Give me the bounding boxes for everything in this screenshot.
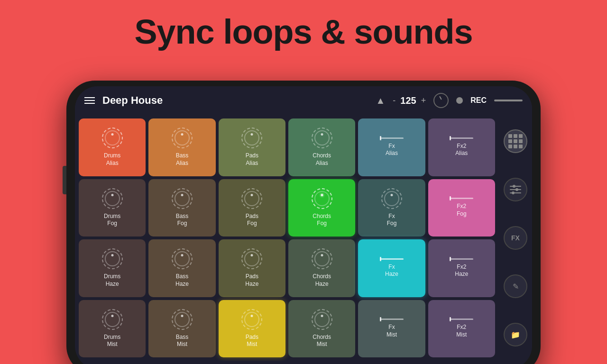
app-title: Deep House (102, 94, 368, 107)
pad-bass-alias[interactable]: BassAlias (148, 118, 215, 176)
pad-label-fx-fog: FxFog (387, 213, 397, 228)
bpm-control: - 125 + (393, 95, 426, 106)
pad-slider-fx-mist (380, 318, 404, 320)
main-content: DrumsAlias BassAlias (75, 115, 532, 361)
header: Sync loops & sounds (0, 0, 607, 51)
pad-label-chords-alias: ChordsAlias (313, 152, 331, 167)
fx-label: FX (511, 234, 520, 242)
volume-bar[interactable] (494, 100, 523, 101)
grid-icon (508, 134, 523, 148)
pad-pads-mist[interactable]: PadsMist (219, 300, 285, 358)
pad-drums-fog[interactable]: DrumsFog (79, 179, 146, 237)
pad-label-fx2-haze: Fx2Haze (455, 264, 468, 278)
dial-icon[interactable] (433, 93, 449, 108)
pad-knob-chords-haze (312, 248, 332, 269)
pad-knob-pads-alias (241, 127, 262, 148)
pad-knob-drums-haze (102, 248, 123, 269)
fx-button[interactable]: FX (504, 226, 527, 250)
pad-pads-fog[interactable]: PadsFog (219, 179, 285, 237)
bpm-value: 125 (400, 95, 416, 106)
metronome-icon[interactable]: ▲ (376, 95, 386, 106)
pad-drums-mist[interactable]: DrumsMist (79, 300, 146, 358)
pad-label-drums-alias: DrumsAlias (104, 152, 120, 167)
pad-label-chords-fog: ChordsFog (313, 213, 331, 228)
pad-label-fx-haze: FxHaze (385, 264, 398, 278)
pad-label-fx-mist: FxMist (386, 324, 397, 338)
pad-chords-mist[interactable]: ChordsMist (288, 300, 355, 358)
pad-bass-fog[interactable]: BassFog (148, 179, 215, 237)
pad-label-pads-fog: PadsFog (246, 213, 258, 228)
pad-knob-chords-alias (312, 127, 332, 148)
pad-knob-pads-haze (241, 248, 262, 269)
pad-knob-fx-fog (381, 188, 402, 209)
folder-button[interactable]: 📁 (504, 323, 527, 346)
pad-chords-alias[interactable]: ChordsAlias (288, 118, 355, 176)
edit-icon: ✎ (513, 282, 519, 291)
pad-fx2-fog[interactable]: Fx2Fog (428, 179, 495, 237)
pad-knob-bass-mist (172, 309, 193, 330)
pad-knob-bass-fog (172, 188, 193, 209)
edit-button[interactable]: ✎ (504, 274, 527, 298)
pad-pads-haze[interactable]: PadsHaze (219, 239, 285, 297)
pad-label-drums-haze: DrumsHaze (104, 273, 120, 288)
scroll-indicators (75, 361, 532, 364)
pad-label-pads-haze: PadsHaze (245, 273, 258, 288)
pad-label-fx2-fog: Fx2Fog (457, 203, 467, 218)
pad-label-fx-alias: FxAlias (386, 143, 398, 157)
menu-button[interactable] (84, 97, 95, 104)
pad-knob-chords-mist (312, 309, 332, 330)
top-bar: Deep House ▲ - 125 + REC (75, 86, 532, 115)
pad-label-drums-mist: DrumsMist (104, 334, 120, 348)
pad-label-bass-mist: BassMist (176, 334, 189, 348)
right-sidebar: FX ✎ 📁 (499, 115, 532, 361)
pad-chords-haze[interactable]: ChordsHaze (288, 239, 355, 297)
rec-button[interactable]: REC (470, 96, 487, 105)
bpm-plus[interactable]: + (421, 96, 426, 106)
grid-row-alias: DrumsAlias BassAlias (79, 118, 495, 176)
phone-container: Deep House ▲ - 125 + REC (66, 81, 541, 364)
pad-pads-alias[interactable]: PadsAlias (219, 118, 285, 176)
pad-label-pads-alias: PadsAlias (246, 152, 258, 167)
pad-fx2-haze[interactable]: Fx2Haze (428, 239, 495, 297)
phone-screen: Deep House ▲ - 125 + REC (75, 86, 532, 364)
pad-knob-drums-alias (102, 127, 123, 148)
pad-fx2-mist[interactable]: Fx2Mist (428, 300, 495, 358)
pad-knob-pads-mist (241, 309, 262, 330)
pad-grid: DrumsAlias BassAlias (75, 115, 499, 361)
grid-row-haze: DrumsHaze BassHaze PadsHaz (79, 239, 495, 297)
pad-fx-alias[interactable]: FxAlias (358, 118, 425, 176)
pad-knob-drums-mist (102, 309, 123, 330)
pad-fx-fog[interactable]: FxFog (358, 179, 425, 237)
pad-knob-bass-alias (172, 127, 193, 148)
pad-slider-fx-haze (380, 258, 404, 260)
pad-label-chords-haze: ChordsHaze (313, 273, 331, 288)
sliders-icon (510, 186, 521, 193)
pad-bass-haze[interactable]: BassHaze (148, 239, 215, 297)
pad-label-fx2-alias: Fx2Alias (455, 143, 468, 157)
pad-chords-fog[interactable]: ChordsFog (288, 179, 355, 237)
pad-slider-fx-alias (380, 137, 404, 139)
pad-slider-fx2-fog (450, 198, 473, 199)
eq-button[interactable] (504, 178, 527, 201)
pad-label-chords-mist: ChordsMist (313, 334, 331, 348)
pad-drums-haze[interactable]: DrumsHaze (79, 239, 146, 297)
headline: Sync loops & sounds (0, 0, 607, 51)
pad-fx2-alias[interactable]: Fx2Alias (428, 118, 495, 176)
grid-row-fog: DrumsFog BassFog PadsFog (79, 179, 495, 237)
pad-bass-mist[interactable]: BassMist (148, 300, 215, 358)
pad-drums-alias[interactable]: DrumsAlias (79, 118, 146, 176)
phone-frame: Deep House ▲ - 125 + REC (66, 81, 541, 364)
pad-label-bass-fog: BassFog (176, 213, 189, 228)
pad-label-pads-mist: PadsMist (246, 334, 258, 348)
folder-icon: 📁 (511, 330, 520, 339)
bpm-minus[interactable]: - (393, 96, 395, 106)
pad-knob-bass-haze (172, 248, 193, 269)
grid-view-button[interactable] (504, 129, 527, 153)
pad-fx-haze[interactable]: FxHaze (358, 239, 425, 297)
pad-fx-mist[interactable]: FxMist (358, 300, 425, 358)
pad-knob-chords-fog (312, 188, 332, 209)
grid-row-mist: DrumsMist BassMist PadsMis (79, 300, 495, 358)
pad-label-drums-fog: DrumsFog (104, 213, 120, 228)
pad-knob-drums-fog (102, 188, 123, 209)
record-dot (456, 97, 463, 104)
